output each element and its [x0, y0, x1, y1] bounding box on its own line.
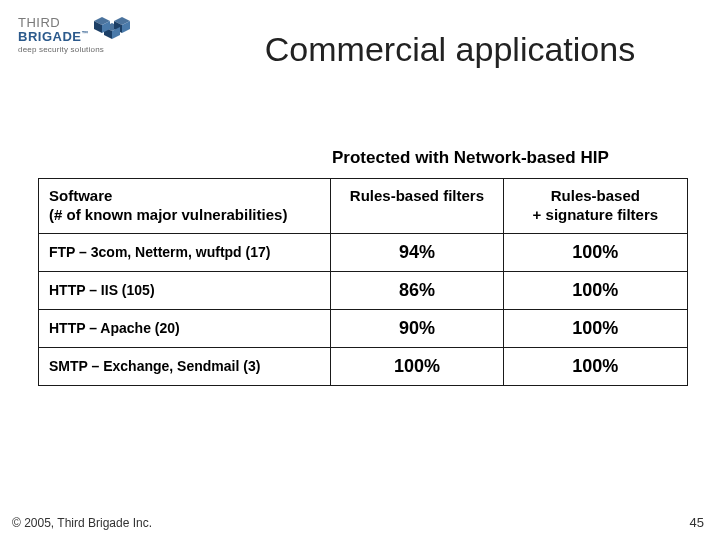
cell-software: HTTP – Apache (20): [39, 309, 331, 347]
col-header-rules: Rules-based filters: [331, 179, 504, 234]
col-header-rules-sig: Rules-based+ signature filters: [503, 179, 687, 234]
brand-tagline: deep security solutions: [18, 45, 133, 54]
cell-software: HTTP – IIS (105): [39, 271, 331, 309]
cell-rules: 90%: [331, 309, 504, 347]
brand-line2: BRIGADE: [18, 29, 81, 44]
table-row: SMTP – Exchange, Sendmail (3) 100% 100%: [39, 347, 688, 385]
cell-rules-sig: 100%: [503, 309, 687, 347]
brand-logo: THIRD BRIGADE™ deep security solutions: [18, 16, 133, 54]
cell-rules: 100%: [331, 347, 504, 385]
cell-rules: 94%: [331, 233, 504, 271]
cell-software: SMTP – Exchange, Sendmail (3): [39, 347, 331, 385]
slide-title: Commercial applications: [200, 30, 700, 69]
slide: THIRD BRIGADE™ deep security solutions C…: [0, 0, 720, 540]
cell-rules: 86%: [331, 271, 504, 309]
cell-rules-sig: 100%: [503, 271, 687, 309]
page-number: 45: [690, 515, 704, 530]
cell-rules-sig: 100%: [503, 233, 687, 271]
table-caption: Protected with Network-based HIP: [332, 148, 609, 168]
col-header-software: Software(# of known major vulnerabilitie…: [39, 179, 331, 234]
cell-software: FTP – 3com, Netterm, wuftpd (17): [39, 233, 331, 271]
table-header-row: Software(# of known major vulnerabilitie…: [39, 179, 688, 234]
data-table: Software(# of known major vulnerabilitie…: [38, 178, 688, 386]
footer-copyright: © 2005, Third Brigade Inc.: [12, 516, 152, 530]
cell-rules-sig: 100%: [503, 347, 687, 385]
table-row: FTP – 3com, Netterm, wuftpd (17) 94% 100…: [39, 233, 688, 271]
table-row: HTTP – Apache (20) 90% 100%: [39, 309, 688, 347]
cubes-icon: [86, 13, 134, 43]
table-row: HTTP – IIS (105) 86% 100%: [39, 271, 688, 309]
